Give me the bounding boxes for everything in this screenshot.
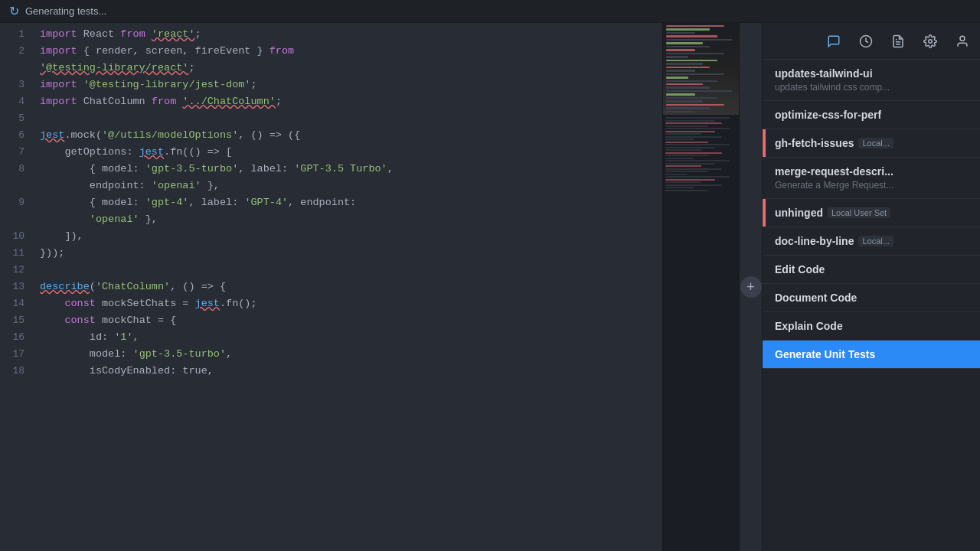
code-line-3: 3 import '@testing-library/jest-dom'; bbox=[0, 77, 662, 93]
code-line-1: 1 import React from 'react'; bbox=[0, 26, 662, 43]
settings-icon[interactable] bbox=[922, 33, 939, 50]
line-num-12: 12 bbox=[0, 262, 37, 279]
list-item-gh-fetch-issues[interactable]: gh-fetch-issues Local... bbox=[763, 129, 980, 158]
item-title-gh-fetch-issues: gh-fetch-issues bbox=[775, 137, 854, 149]
item-badge-doc-line-by-line: Local... bbox=[858, 236, 893, 246]
line-content-4: import ChatColumn from '../ChatColumn'; bbox=[37, 93, 662, 110]
line-content-8: { model: 'gpt-3.5-turbo', label: 'GPT-3.… bbox=[37, 161, 662, 178]
line-content-18: isCodyEnabled: true, bbox=[37, 363, 662, 380]
code-line-10: 10 ]), bbox=[0, 228, 662, 245]
user-icon[interactable] bbox=[954, 33, 971, 50]
item-badge-unhinged: Local User Set bbox=[828, 207, 890, 218]
line-num-16: 16 bbox=[0, 329, 37, 346]
line-content-14: const mockSetChats = jest.fn(); bbox=[37, 295, 662, 312]
list-item-updates-tailwind-ui[interactable]: updates-tailwind-ui updates tailwind css… bbox=[763, 60, 980, 101]
document-icon[interactable] bbox=[890, 33, 906, 50]
top-bar: ↻ Generating tests... bbox=[0, 0, 980, 23]
line-content-9b: 'openai' }, bbox=[37, 211, 662, 228]
line-num-5: 5 bbox=[0, 110, 37, 127]
item-title-merge-request: merge-request-descri... bbox=[775, 165, 893, 178]
line-num-3: 3 bbox=[0, 77, 37, 93]
line-content-7: getOptions: jest.fn(() => [ bbox=[37, 144, 662, 161]
code-line-2b: '@testing-library/react'; bbox=[0, 60, 662, 77]
code-line-12: 12 bbox=[0, 262, 662, 279]
line-content-3: import '@testing-library/jest-dom'; bbox=[37, 77, 662, 93]
line-content-15: const mockChat = { bbox=[37, 312, 662, 329]
minimap-panel bbox=[662, 23, 739, 551]
line-content-6: jest.mock('@/utils/modelOptions', () => … bbox=[37, 127, 662, 144]
list-item-unhinged[interactable]: unhinged Local User Set bbox=[763, 199, 980, 227]
item-title-updates-tailwind-ui: updates-tailwind-ui bbox=[775, 67, 873, 80]
list-item-document-code[interactable]: Document Code bbox=[763, 284, 980, 312]
line-content-1: import React from 'react'; bbox=[37, 26, 662, 43]
code-line-14: 14 const mockSetChats = jest.fn(); bbox=[0, 295, 662, 312]
generating-icon: ↻ bbox=[9, 4, 19, 18]
right-panel: updates-tailwind-ui updates tailwind css… bbox=[762, 23, 980, 551]
line-num-11: 11 bbox=[0, 245, 37, 262]
line-num-1: 1 bbox=[0, 26, 37, 43]
line-num-7: 7 bbox=[0, 144, 37, 161]
main-area: 1 import React from 'react'; 2 import { … bbox=[0, 23, 980, 551]
code-line-5: 5 bbox=[0, 110, 662, 127]
list-item-explain-code[interactable]: Explain Code bbox=[763, 312, 980, 341]
line-content-9: { model: 'gpt-4', label: 'GPT-4', endpoi… bbox=[37, 194, 662, 211]
line-content-8b: endpoint: 'openai' }, bbox=[37, 178, 662, 194]
line-num-18: 18 bbox=[0, 363, 37, 380]
line-num-13: 13 bbox=[0, 279, 37, 295]
line-num-9: 9 bbox=[0, 194, 37, 211]
command-list[interactable]: updates-tailwind-ui updates tailwind css… bbox=[763, 60, 980, 551]
line-content-10: ]), bbox=[37, 228, 662, 245]
code-line-9b: 'openai' }, bbox=[0, 211, 662, 228]
code-line-8b: endpoint: 'openai' }, bbox=[0, 178, 662, 194]
list-item-edit-code[interactable]: Edit Code bbox=[763, 256, 980, 284]
code-line-2: 2 import { render, screen, fireEvent } f… bbox=[0, 43, 662, 60]
svg-point-4 bbox=[960, 36, 965, 41]
line-content-2b: '@testing-library/react'; bbox=[37, 60, 662, 77]
generating-label: Generating tests... bbox=[25, 5, 106, 17]
item-title-explain-code: Explain Code bbox=[775, 320, 843, 332]
code-line-13: 13 describe('ChatColumn', () => { bbox=[0, 279, 662, 295]
history-icon[interactable] bbox=[858, 33, 874, 50]
item-title-doc-line-by-line: doc-line-by-line bbox=[775, 235, 854, 247]
line-content-11: })); bbox=[37, 245, 662, 262]
line-content-17: model: 'gpt-3.5-turbo', bbox=[37, 346, 662, 363]
minimap-scrollable bbox=[663, 115, 739, 551]
item-subtitle-updates-tailwind-ui: updates tailwind css comp... bbox=[775, 82, 968, 93]
item-title-optimize-css: optimize-css-for-perf bbox=[775, 109, 881, 121]
code-line-11: 11 })); bbox=[0, 245, 662, 262]
right-panel-header bbox=[763, 23, 980, 60]
code-line-9: 9 { model: 'gpt-4', label: 'GPT-4', endp… bbox=[0, 194, 662, 211]
code-line-15: 15 const mockChat = { bbox=[0, 312, 662, 329]
code-line-16: 16 id: '1', bbox=[0, 329, 662, 346]
code-content: 1 import React from 'react'; 2 import { … bbox=[0, 23, 662, 551]
code-line-18: 18 isCodyEnabled: true, bbox=[0, 363, 662, 380]
list-item-merge-request[interactable]: merge-request-descri... Generate a Merge… bbox=[763, 158, 980, 199]
item-title-document-code: Document Code bbox=[775, 292, 857, 304]
list-item-generate-unit-tests[interactable]: Generate Unit Tests bbox=[763, 341, 980, 369]
line-num-8: 8 bbox=[0, 161, 37, 178]
line-num-10: 10 bbox=[0, 228, 37, 245]
line-num-2: 2 bbox=[0, 43, 37, 60]
item-title-edit-code: Edit Code bbox=[775, 263, 825, 276]
line-content-5 bbox=[37, 110, 662, 127]
line-content-2: import { render, screen, fireEvent } fro… bbox=[37, 43, 662, 60]
chat-icon[interactable] bbox=[825, 33, 842, 50]
code-line-8: 8 { model: 'gpt-3.5-turbo', label: 'GPT-… bbox=[0, 161, 662, 178]
line-num-6: 6 bbox=[0, 127, 37, 144]
code-line-17: 17 model: 'gpt-3.5-turbo', bbox=[0, 346, 662, 363]
line-num-17: 17 bbox=[0, 346, 37, 363]
line-num-14: 14 bbox=[0, 295, 37, 312]
line-content-16: id: '1', bbox=[37, 329, 662, 346]
code-line-4: 4 import ChatColumn from '../ChatColumn'… bbox=[0, 93, 662, 110]
expand-panel: + bbox=[739, 23, 762, 551]
line-num-15: 15 bbox=[0, 312, 37, 329]
code-thumbnail bbox=[663, 23, 739, 115]
svg-point-3 bbox=[929, 39, 933, 43]
list-item-optimize-css[interactable]: optimize-css-for-perf bbox=[763, 101, 980, 129]
add-panel-button[interactable]: + bbox=[740, 276, 762, 298]
code-line-7: 7 getOptions: jest.fn(() => [ bbox=[0, 144, 662, 161]
list-item-doc-line-by-line[interactable]: doc-line-by-line Local... bbox=[763, 227, 980, 256]
line-content-12 bbox=[37, 262, 662, 279]
code-editor: 1 import React from 'react'; 2 import { … bbox=[0, 23, 662, 551]
line-num-4: 4 bbox=[0, 93, 37, 110]
